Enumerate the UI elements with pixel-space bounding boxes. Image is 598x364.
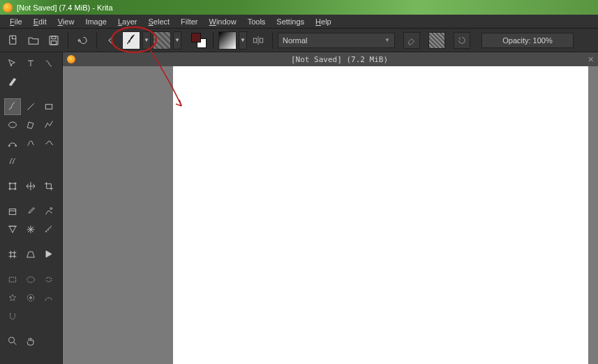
- blend-mode-value: Normal: [283, 36, 307, 45]
- svg-point-20: [27, 294, 33, 301]
- assistants-tool[interactable]: [22, 221, 39, 238]
- calligraphy-tool[interactable]: [4, 73, 21, 90]
- fill-tool[interactable]: [4, 203, 21, 220]
- eraser-toggle[interactable]: [403, 32, 420, 49]
- reference-images-tool[interactable]: [40, 246, 57, 263]
- smart-fill-tool[interactable]: [4, 221, 21, 238]
- transform-tool[interactable]: [4, 178, 21, 195]
- titlebar: [Not Saved] (7.4 MiB) - Krita: [0, 0, 598, 15]
- open-file-button[interactable]: [24, 31, 43, 50]
- document-tab-title[interactable]: [Not Saved] (7.2 MiB): [81, 55, 598, 64]
- svg-point-19: [27, 277, 35, 282]
- freehand-select-tool[interactable]: [40, 271, 57, 288]
- separator: [96, 32, 97, 49]
- bezier-select-tool[interactable]: [40, 289, 57, 306]
- main-toolbar: ▼ ▼ ▼ Normal ▼ Opacity: 100%: [0, 29, 598, 52]
- fg-color-swatch[interactable]: [191, 33, 201, 43]
- svg-point-8: [9, 122, 17, 128]
- alpha-lock-toggle[interactable]: [428, 32, 445, 49]
- svg-rect-4: [253, 38, 257, 43]
- crop-tool[interactable]: [40, 178, 57, 195]
- svg-rect-0: [10, 36, 16, 44]
- menu-select[interactable]: Select: [142, 16, 175, 27]
- polyline-tool[interactable]: [40, 116, 57, 133]
- separator: [68, 32, 68, 49]
- document-tab-bar: [Not Saved] (7.2 MiB) ×: [63, 52, 598, 66]
- text-tool[interactable]: [22, 55, 39, 72]
- ellipse-select-tool[interactable]: [22, 271, 39, 288]
- blend-mode-select[interactable]: Normal ▼: [278, 33, 395, 48]
- menu-window[interactable]: Window: [204, 16, 242, 27]
- edit-shape-tool[interactable]: [40, 55, 57, 72]
- brush-tool[interactable]: [4, 98, 21, 115]
- opacity-label: Opacity: 100%: [502, 36, 553, 45]
- grid-tool[interactable]: [4, 246, 21, 263]
- gradient-swatch[interactable]: [218, 31, 237, 50]
- svg-rect-16: [9, 209, 15, 215]
- separator: [213, 32, 214, 49]
- chevron-down-icon: ▼: [384, 37, 390, 43]
- svg-rect-7: [45, 105, 52, 109]
- brush-preset-selected[interactable]: [122, 31, 140, 50]
- perspective-tool[interactable]: [22, 246, 39, 263]
- menu-image[interactable]: Image: [80, 16, 112, 27]
- undo-button[interactable]: [73, 31, 91, 50]
- freehand-path-tool[interactable]: [22, 135, 39, 151]
- rect-select-tool[interactable]: [4, 271, 21, 288]
- contiguous-select-tool[interactable]: [4, 289, 21, 306]
- save-file-button[interactable]: [45, 31, 63, 50]
- menu-bar: File Edit View Image Layer Select Filter…: [0, 15, 598, 29]
- gradient-dropdown[interactable]: ▼: [239, 31, 247, 50]
- move-tool[interactable]: [4, 55, 21, 72]
- svg-rect-18: [9, 278, 15, 282]
- svg-rect-2: [52, 36, 56, 39]
- menu-view[interactable]: View: [52, 16, 80, 27]
- menu-file[interactable]: File: [4, 16, 28, 27]
- prev-brush-button[interactable]: [102, 31, 120, 50]
- window-title: [Not Saved] (7.4 MiB) - Krita: [17, 3, 113, 12]
- svg-rect-5: [260, 38, 263, 43]
- svg-rect-3: [51, 40, 57, 44]
- dynamic-brush-tool[interactable]: [40, 135, 57, 151]
- move-layer-tool[interactable]: [22, 178, 39, 195]
- menu-edit[interactable]: Edit: [28, 16, 52, 27]
- separator: [272, 32, 273, 49]
- svg-point-22: [9, 338, 15, 343]
- menu-help[interactable]: Help: [310, 16, 337, 27]
- close-tab-icon[interactable]: ×: [588, 54, 594, 65]
- similar-select-tool[interactable]: [22, 289, 39, 306]
- line-tool[interactable]: [22, 98, 39, 115]
- canvas-viewport[interactable]: [63, 66, 598, 364]
- magnetic-select-tool[interactable]: [4, 308, 21, 324]
- pan-tool[interactable]: [22, 333, 39, 349]
- bezier-tool[interactable]: [4, 135, 21, 151]
- svg-rect-11: [10, 183, 15, 189]
- svg-point-21: [30, 297, 32, 299]
- canvas-area: [Not Saved] (7.2 MiB) ×: [63, 52, 598, 364]
- polygon-tool[interactable]: [22, 116, 39, 133]
- rect-tool[interactable]: [40, 98, 57, 115]
- menu-settings[interactable]: Settings: [271, 16, 310, 27]
- ellipse-tool[interactable]: [4, 116, 21, 133]
- color-picker-tool[interactable]: [22, 203, 39, 220]
- app-icon: [3, 3, 13, 13]
- texture-dropdown[interactable]: ▼: [173, 31, 181, 50]
- brush-dropdown[interactable]: ▼: [142, 31, 151, 50]
- texture-swatch[interactable]: [153, 31, 171, 50]
- krita-icon: [67, 55, 75, 63]
- menu-tools[interactable]: Tools: [242, 16, 271, 27]
- svg-point-17: [50, 208, 52, 210]
- multibrush-tool[interactable]: [4, 153, 21, 169]
- toolbox: [0, 52, 63, 364]
- new-file-button[interactable]: [4, 31, 22, 50]
- reload-preset-button[interactable]: [454, 32, 470, 49]
- menu-filter[interactable]: Filter: [175, 16, 203, 27]
- opacity-slider[interactable]: Opacity: 100%: [481, 33, 574, 48]
- mirror-options[interactable]: [249, 31, 267, 50]
- menu-layer[interactable]: Layer: [112, 16, 143, 27]
- fg-bg-color[interactable]: [190, 31, 208, 50]
- canvas-page[interactable]: [173, 66, 588, 364]
- pattern-edit-tool[interactable]: [40, 203, 57, 220]
- zoom-tool[interactable]: [4, 333, 21, 349]
- measure-tool[interactable]: [40, 221, 57, 238]
